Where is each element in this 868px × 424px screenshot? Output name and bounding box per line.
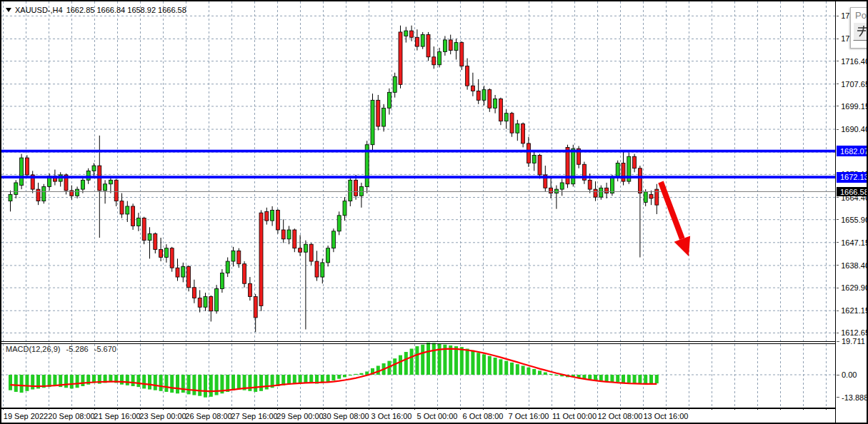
- candle-bearish: [159, 250, 163, 258]
- price-tick-label: 1629.90: [836, 283, 868, 293]
- tick-dash: [837, 16, 839, 16]
- tick-dash: [837, 129, 839, 130]
- candle-bullish: [92, 166, 96, 171]
- macd-histogram-bar: [522, 365, 525, 375]
- macd-histogram-bar: [404, 352, 408, 375]
- candle-bearish: [114, 180, 118, 201]
- macd-signal-line: [11, 349, 657, 391]
- macd-histogram-bar: [605, 375, 609, 381]
- popup-button[interactable]: [853, 22, 868, 41]
- tick-dash: [837, 288, 839, 288]
- candle-bearish: [315, 261, 319, 277]
- macd-histogram-bar: [510, 363, 514, 375]
- macd-histogram-bar: [31, 375, 34, 390]
- macd-histogram-bar: [594, 375, 597, 380]
- macd-histogram-bar: [426, 343, 430, 375]
- candle-bearish: [131, 206, 135, 226]
- candle-bullish: [42, 186, 46, 201]
- macd-histogram-bar: [76, 375, 79, 388]
- candle-bearish: [471, 86, 474, 91]
- popup-label: Po: [855, 10, 868, 21]
- macd-histogram-bar: [538, 370, 542, 375]
- macd-histogram-bar: [64, 375, 68, 388]
- macd-histogram-bar: [192, 375, 196, 395]
- symbol-dropdown-icon[interactable]: [6, 8, 11, 12]
- tick-dash: [837, 61, 839, 61]
- macd-histogram-bar: [209, 375, 213, 397]
- resistance-line-price-badge: 1682.07: [837, 146, 868, 156]
- macd-histogram-bar: [460, 347, 464, 375]
- candle-bearish: [192, 288, 196, 298]
- tick-dash: [837, 265, 839, 266]
- candle-bearish: [248, 283, 251, 296]
- candle-bearish: [170, 248, 174, 268]
- trend-arrow-shaft[interactable]: [661, 182, 682, 239]
- candle-bearish: [432, 57, 436, 65]
- macd-histogram-bar: [14, 375, 18, 392]
- time-axis[interactable]: 19 Sep 202220 Sep 08:0021 Sep 16:0023 Se…: [1, 410, 835, 424]
- macd-histogram-bar: [226, 375, 229, 392]
- macd-histogram-bar: [176, 375, 179, 393]
- price-tick-label: 1707.65: [836, 79, 868, 89]
- candle-bullish: [343, 201, 346, 216]
- support-line-price-badge: 1672.13: [837, 172, 868, 183]
- macd-histogram-bar: [399, 355, 402, 375]
- macd-histogram-bar: [649, 375, 653, 384]
- tick-dash: [837, 242, 839, 243]
- time-label: 23 Sep 00:00: [139, 412, 186, 420]
- macd-histogram-bar: [415, 346, 419, 375]
- candle-bearish: [187, 266, 191, 287]
- candle-bearish: [426, 35, 430, 57]
- trend-arrow-head[interactable]: [674, 236, 690, 256]
- macd-histogram-bar: [499, 359, 502, 375]
- candle-bullish: [532, 155, 536, 163]
- candle-bearish: [527, 143, 530, 163]
- candle-bullish: [554, 189, 558, 193]
- macd-histogram-bar: [170, 375, 174, 393]
- macd-histogram-bar: [70, 375, 74, 388]
- candle-bearish: [176, 268, 179, 277]
- macd-histogram-bar: [204, 375, 207, 398]
- candle-bullish: [271, 210, 274, 221]
- candle-bearish: [299, 248, 302, 253]
- price-axis[interactable]: 1733.651724.901716.401707.651699.151690.…: [835, 1, 868, 424]
- macd-histogram-bar: [81, 375, 84, 386]
- tick-dash: [837, 341, 839, 342]
- price-tick-label: 1655.90: [836, 215, 868, 224]
- tick-text: 1647.15: [841, 238, 868, 247]
- macd-histogram-bar: [494, 358, 497, 375]
- macd-histogram-bar: [299, 375, 302, 384]
- candle-bearish: [477, 91, 480, 100]
- candle-bullish: [20, 158, 24, 186]
- time-label: 3 Oct 16:00: [371, 412, 412, 420]
- macd-max-label: 19.711: [836, 337, 868, 346]
- last-price-badge: 1666.58: [837, 187, 868, 196]
- candle-bullish: [438, 51, 442, 64]
- tick-text: 1655.90: [841, 216, 868, 224]
- macd-histogram-bar: [131, 375, 135, 386]
- candle-bullish: [421, 35, 424, 47]
- candle-bearish: [237, 251, 241, 263]
- time-label: 11 Oct 00:00: [552, 412, 597, 420]
- candle-bullish: [454, 43, 458, 51]
- macd-histogram-bar: [544, 373, 547, 375]
- chart-canvas[interactable]: [1, 1, 835, 424]
- candle-bullish: [599, 188, 603, 197]
- candle-bullish: [382, 108, 386, 126]
- macd-histogram-bar: [120, 375, 124, 385]
- candle-bearish: [449, 40, 452, 51]
- candle-bearish: [549, 188, 553, 193]
- tick-dash: [837, 106, 839, 106]
- ohlc-values-label: 1662.85 1666.84 1658.92 1666.58: [66, 6, 186, 14]
- macd-histogram-bar: [504, 361, 508, 375]
- macd-histogram-bar: [516, 364, 519, 375]
- pane-separator[interactable]: [1, 343, 835, 344]
- candle-bullish: [104, 184, 107, 191]
- macd-histogram-bar: [488, 356, 492, 375]
- tick-dash: [837, 219, 839, 220]
- candle-bearish: [499, 99, 502, 121]
- button-glyph-icon: [857, 24, 868, 37]
- pane-separator[interactable]: [1, 341, 835, 342]
- macd-histogram-bar: [393, 358, 396, 375]
- tick-text: 1699.15: [841, 102, 868, 111]
